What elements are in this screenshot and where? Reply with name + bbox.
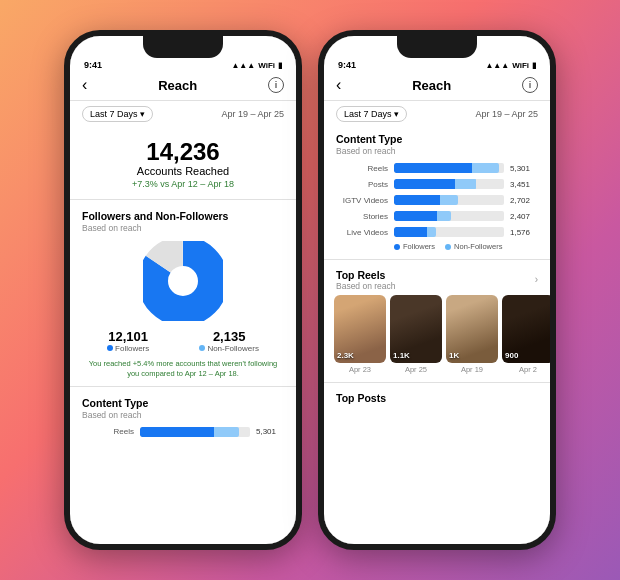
accounts-label: Accounts Reached	[70, 165, 296, 177]
followers-section-subtitle: Based on reach	[70, 223, 296, 237]
bar-followers-live	[394, 227, 427, 237]
reel-count-4: 900	[505, 351, 518, 360]
top-reels-heading-left: Top Reels Based on reach	[336, 269, 396, 291]
content-type-title-2: Content Type	[324, 127, 550, 146]
bar-followers-posts	[394, 179, 455, 189]
bar-nonfollowers-stories	[437, 211, 451, 221]
bar-followers-reels-p1	[140, 427, 214, 437]
nonfollowers-dot	[199, 345, 205, 351]
bar-followers-igtv	[394, 195, 440, 205]
bar-label-stories: Stories	[336, 212, 388, 221]
reel-date-1: Apr 23	[334, 365, 386, 374]
bar-value-reels-p1: 5,301	[256, 427, 284, 436]
back-button-1[interactable]: ‹	[82, 76, 87, 94]
accounts-change: +7.3% vs Apr 12 – Apr 18	[70, 179, 296, 189]
date-dropdown-1[interactable]: Last 7 Days ▾	[82, 106, 153, 122]
app-header-2: ‹ Reach i	[324, 72, 550, 101]
top-posts-title: Top Posts	[324, 386, 550, 405]
wifi-icon-1: WiFi	[258, 61, 275, 70]
page-title-1: Reach	[158, 78, 197, 93]
reel-item-3[interactable]: 1K Apr 19	[446, 295, 498, 374]
divider-2	[70, 386, 296, 387]
bar-row-reels: Reels 5,301	[324, 160, 550, 176]
reel-date-2: Apr 25	[390, 365, 442, 374]
bar-fill-reels	[394, 163, 499, 173]
reel-thumb-4: 900	[502, 295, 550, 363]
app-header-1: ‹ Reach i	[70, 72, 296, 101]
reel-thumb-2: 1.1K	[390, 295, 442, 363]
legend-followers: Followers	[394, 242, 435, 251]
bar-label-igtv: IGTV Videos	[336, 196, 388, 205]
divider-3	[324, 259, 550, 260]
date-range-2: Apr 19 – Apr 25	[475, 109, 538, 119]
legend-nonfollowers: Non-Followers	[445, 242, 502, 251]
wifi-icon-2: WiFi	[512, 61, 529, 70]
bar-fill-live	[394, 227, 436, 237]
chevron-right-icon[interactable]: ›	[535, 274, 538, 285]
screen-2: 9:41 ▲▲▲ WiFi ▮ ‹ Reach i Last 7 Days ▾	[324, 36, 550, 544]
followers-dot	[107, 345, 113, 351]
bar-nonfollowers-igtv	[440, 195, 458, 205]
svg-point-2	[169, 267, 197, 295]
info-button-2[interactable]: i	[522, 77, 538, 93]
bar-nonfollowers-reels-p1	[214, 427, 239, 437]
bar-nonfollowers-posts	[455, 179, 476, 189]
date-range-1: Apr 19 – Apr 25	[221, 109, 284, 119]
phone-2: 9:41 ▲▲▲ WiFi ▮ ‹ Reach i Last 7 Days ▾	[318, 30, 556, 550]
date-filter-1: Last 7 Days ▾ Apr 19 – Apr 25	[70, 101, 296, 127]
signal-icon-2: ▲▲▲	[485, 61, 509, 70]
pie-chart	[143, 241, 223, 321]
reel-count-3: 1K	[449, 351, 459, 360]
bar-track-reels	[394, 163, 504, 173]
status-icons-2: ▲▲▲ WiFi ▮	[485, 61, 536, 70]
back-button-2[interactable]: ‹	[336, 76, 341, 94]
date-filter-2: Last 7 Days ▾ Apr 19 – Apr 25	[324, 101, 550, 127]
bar-followers-stories	[394, 211, 437, 221]
bar-row-live: Live Videos 1,576	[324, 224, 550, 240]
bar-fill-stories	[394, 211, 451, 221]
bar-value-posts: 3,451	[510, 180, 538, 189]
bar-fill-posts	[394, 179, 477, 189]
stat-followers: 12,101 Followers	[107, 329, 149, 353]
phones-container: 9:41 ▲▲▲ WiFi ▮ ‹ Reach i Last 7 Days ▾	[64, 30, 556, 550]
content-type-title-1: Content Type	[70, 391, 296, 410]
bar-label-reels: Reels	[336, 164, 388, 173]
bar-row-igtv: IGTV Videos 2,702	[324, 192, 550, 208]
reel-item-4[interactable]: 900 Apr 2	[502, 295, 550, 374]
time-1: 9:41	[84, 60, 102, 70]
bar-row-stories: Stories 2,407	[324, 208, 550, 224]
reel-item-1[interactable]: 2.3K Apr 23	[334, 295, 386, 374]
bar-value-igtv: 2,702	[510, 196, 538, 205]
bar-track-stories	[394, 211, 504, 221]
time-2: 9:41	[338, 60, 356, 70]
reach-note: You reached +5.4% more accounts that wer…	[70, 357, 296, 383]
bar-value-reels: 5,301	[510, 164, 538, 173]
followers-stats: 12,101 Followers 2,135 Non-Followers	[70, 325, 296, 357]
phone-1: 9:41 ▲▲▲ WiFi ▮ ‹ Reach i Last 7 Days ▾	[64, 30, 302, 550]
legend: Followers Non-Followers	[324, 240, 550, 255]
notch-1	[143, 36, 223, 58]
top-reels-heading: Top Reels Based on reach ›	[324, 264, 550, 291]
content-type-subtitle-1: Based on reach	[70, 410, 296, 424]
stat-nonfollowers: 2,135 Non-Followers	[199, 329, 259, 353]
bar-label-posts: Posts	[336, 180, 388, 189]
bar-nonfollowers-live	[427, 227, 436, 237]
top-reels-title: Top Reels	[336, 269, 396, 281]
reel-count-1: 2.3K	[337, 351, 354, 360]
info-button-1[interactable]: i	[268, 77, 284, 93]
signal-icon-1: ▲▲▲	[231, 61, 255, 70]
reel-count-2: 1.1K	[393, 351, 410, 360]
bar-followers-reels	[394, 163, 472, 173]
date-dropdown-2[interactable]: Last 7 Days ▾	[336, 106, 407, 122]
reel-thumb-1: 2.3K	[334, 295, 386, 363]
reel-item-2[interactable]: 1.1K Apr 25	[390, 295, 442, 374]
bar-track-igtv	[394, 195, 504, 205]
bar-row-reels-p1: Reels 5,301	[70, 424, 296, 440]
page-title-2: Reach	[412, 78, 451, 93]
battery-icon-2: ▮	[532, 61, 536, 70]
notch-2	[397, 36, 477, 58]
followers-label: Followers	[107, 344, 149, 353]
top-reels-subtitle: Based on reach	[336, 281, 396, 291]
reels-grid: 2.3K Apr 23 1.1K Apr 25 1K Apr 19	[324, 291, 550, 378]
accounts-number: 14,236	[70, 139, 296, 165]
